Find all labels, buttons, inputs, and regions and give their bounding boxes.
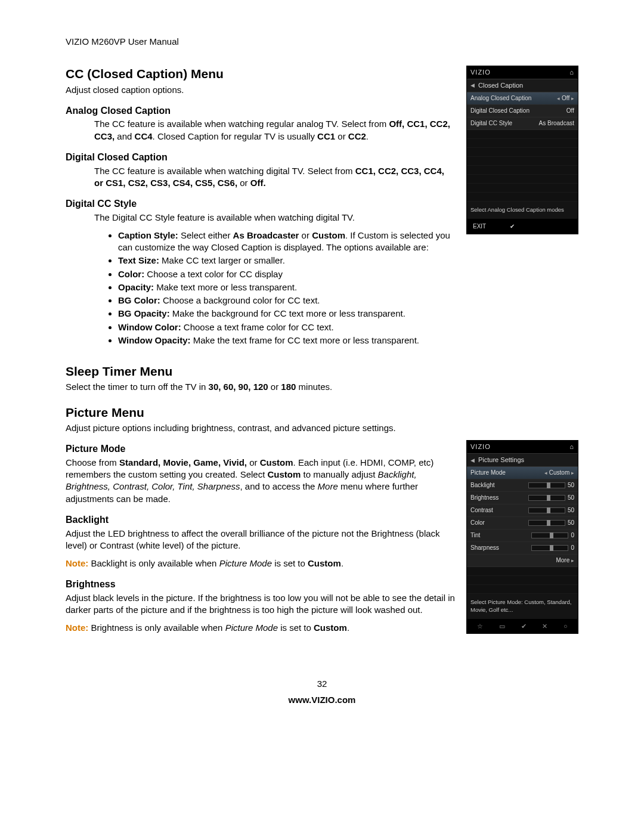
home-icon: ⌂ (569, 442, 574, 451)
back-icon: ◀ (470, 457, 475, 464)
circle-icon: ○ (564, 622, 568, 631)
list-item: Text Size: Make CC text larger or smalle… (118, 255, 578, 267)
osd-row: Backlight 50 (467, 479, 578, 492)
osd-row: Picture Mode ◂ Custom ▸ (467, 467, 578, 479)
star-icon: ☆ (477, 622, 483, 631)
osd-row-label: Digital CC Style (470, 119, 512, 128)
home-icon: ⌂ (569, 68, 574, 77)
footer-url: www.VIZIO.com (66, 694, 578, 706)
osd-row: Brightness 50 (467, 492, 578, 504)
osd-row-label: Sharpness (470, 544, 499, 552)
osd-row-label: Color (470, 519, 485, 527)
osd-row-label: Brightness (470, 494, 499, 502)
v-icon: ✔ (521, 622, 527, 631)
osd-row-value: 50 (568, 481, 574, 490)
osd-row-label: Analog Closed Caption (470, 94, 531, 103)
v-icon: ✔ (510, 222, 515, 231)
osd-brand: VIZIO (470, 442, 491, 451)
osd-row-value: 50 (568, 494, 574, 502)
list-item: Opacity: Make text more or less transpar… (118, 281, 578, 293)
page-number: 32 (66, 678, 578, 690)
osd-row-value: 0 (571, 531, 574, 540)
sleep-body: Select the timer to turn off the TV in 3… (66, 381, 578, 393)
list-item: Color: Choose a text color for CC displa… (118, 268, 578, 280)
osd-row: Digital Closed Caption Off (467, 105, 578, 117)
osd-brand: VIZIO (470, 68, 491, 77)
more-label: More (556, 556, 569, 565)
osd-row-value: Custom (549, 469, 569, 477)
osd-row: Tint 0 (467, 529, 578, 542)
back-icon: ◀ (470, 82, 475, 89)
osd-cc-screenshot: VIZIO ⌂ ◀ Closed Caption Analog Closed C… (466, 66, 578, 234)
page-header: VIZIO M260VP User Manual (66, 36, 578, 48)
osd-row-label: Digital Closed Caption (470, 107, 530, 115)
list-item: BG Opacity: Make the background for CC t… (118, 308, 578, 320)
osd-row: Color 50 (467, 517, 578, 529)
osd-row-label: Backlight (470, 481, 495, 490)
osd-row-value: Off (562, 94, 569, 103)
osd-title: Picture Settings (478, 456, 524, 465)
osd-picture-screenshot: VIZIO ⌂ ◀ Picture Settings Picture Mode … (466, 440, 578, 634)
osd-row: Contrast 50 (467, 504, 578, 517)
exit-label: EXIT (473, 222, 486, 231)
list-item: Window Color: Choose a text frame color … (118, 321, 578, 333)
osd-iconbar: ☆ ▭ ✔ ✕ ○ (467, 619, 578, 634)
osd-row: Sharpness 0 (467, 542, 578, 555)
list-item: Window Opacity: Make the text frame for … (118, 335, 578, 346)
osd-row: Analog Closed Caption ◂ Off ▸ (467, 92, 578, 105)
picture-title: Picture Menu (66, 404, 578, 421)
list-item: BG Color: Choose a background color for … (118, 295, 578, 306)
osd-row-label: Tint (470, 531, 480, 540)
osd-help-text: Select Analog Closed Caption modes (467, 202, 578, 219)
osd-row-more: More ▸ (467, 555, 578, 567)
osd-row-value: Off (566, 107, 574, 115)
style-options-list: Caption Style: Select either As Broadcas… (107, 230, 578, 346)
osd-row-value: 50 (568, 506, 574, 515)
osd-title: Closed Caption (478, 81, 523, 90)
osd-row-label: Contrast (470, 506, 493, 515)
osd-help-text: Select Picture Mode: Custom, Standard, M… (467, 594, 578, 619)
osd-row-label: Picture Mode (470, 469, 506, 477)
osd-row: Digital CC Style As Broadcast (467, 117, 578, 130)
osd-row-value: As Broadcast (539, 119, 574, 128)
osd-row-value: 0 (571, 544, 574, 552)
sleep-title: Sleep Timer Menu (66, 363, 578, 380)
card-icon: ▭ (499, 622, 505, 631)
osd-row-value: 50 (568, 519, 574, 527)
picture-intro: Adjust picture options including brightn… (66, 422, 578, 434)
close-icon: ✕ (542, 622, 547, 631)
